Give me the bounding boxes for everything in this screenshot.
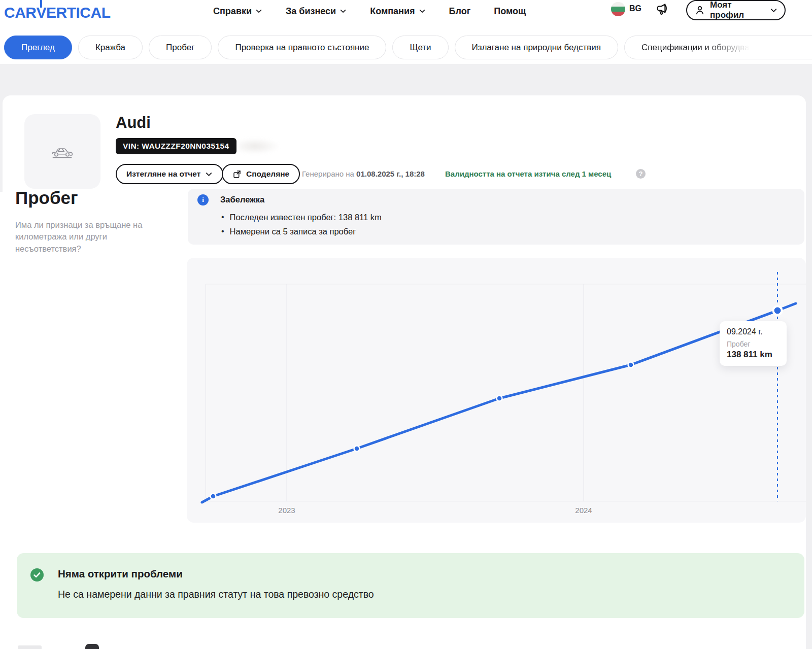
logo-text-2: ERTICAL xyxy=(46,4,111,21)
info-icon: i xyxy=(197,194,209,206)
tab-specifications[interactable]: Спецификации и оборудване xyxy=(624,36,812,59)
generated-prefix: Генерирано на xyxy=(302,169,354,178)
chevron-down-icon xyxy=(340,8,347,15)
next-section-fragment xyxy=(18,645,42,649)
tab-pregled[interactable]: Преглед xyxy=(4,36,72,59)
note-bullet: •Намерени са 5 записа за пробег xyxy=(221,224,382,238)
next-section-fragment xyxy=(85,644,99,649)
nav-item-pomosht[interactable]: Помощ xyxy=(494,6,526,17)
report-card-extension xyxy=(0,192,3,649)
vin-badge: VIN: WAUZZZF20NN035154 xyxy=(116,138,236,154)
nav-label: Блог xyxy=(449,6,471,17)
megaphone-icon[interactable] xyxy=(655,2,670,17)
download-report-button[interactable]: Изтегляне на отчет xyxy=(116,164,223,184)
nav-label: Компания xyxy=(370,6,415,17)
main-nav: Справки За бизнеси Компания Блог Помощ xyxy=(213,0,526,22)
tab-label: Спецификации и оборудване xyxy=(641,43,759,53)
chevron-down-icon xyxy=(255,8,262,15)
tooltip-date: 09.2024 г. xyxy=(727,327,780,336)
chart-tooltip: 09.2024 г. Пробег 138 811 km xyxy=(720,321,787,366)
nav-item-za-biznesi[interactable]: За бизнеси xyxy=(286,6,347,17)
bulgaria-flag-icon[interactable] xyxy=(611,2,625,16)
brand-logo[interactable]: CARVERTICAL xyxy=(4,4,111,21)
tooltip-value: 138 811 km xyxy=(727,350,780,360)
status-box xyxy=(17,553,804,618)
bullet-dot: • xyxy=(221,210,224,224)
tooltip-label: Пробег xyxy=(727,340,780,348)
tab-shteti[interactable]: Щети xyxy=(392,36,448,59)
car-icon xyxy=(49,144,76,159)
download-report-label: Изтегляне на отчет xyxy=(126,169,200,179)
question-icon[interactable]: ? xyxy=(636,169,646,179)
mileage-chart-card[interactable]: 20232024 xyxy=(187,258,806,523)
tab-legal-check[interactable]: Проверка на правното състояние xyxy=(218,36,386,59)
nav-item-blog[interactable]: Блог xyxy=(449,6,471,17)
generated-line: Генерирано на 01.08.2025 г., 18:28 xyxy=(302,169,425,178)
vehicle-title: Audi xyxy=(116,114,151,132)
chevron-down-icon xyxy=(419,8,426,15)
vehicle-photo-placeholder xyxy=(24,114,100,189)
logo-v-mark-icon: V xyxy=(37,4,47,21)
generated-value: 01.08.2025 г., 18:28 xyxy=(356,169,425,178)
user-icon xyxy=(694,5,705,16)
share-button[interactable]: Споделяне xyxy=(222,164,300,184)
page: CARVERTICAL Справки За бизнеси Компания … xyxy=(0,0,812,649)
share-label: Споделяне xyxy=(246,169,289,179)
bullet-dot: • xyxy=(221,224,224,238)
svg-text:2023: 2023 xyxy=(278,506,295,515)
nav-item-kompania[interactable]: Компания xyxy=(370,6,425,17)
note-bullet: •Последен известен пробег: 138 811 km xyxy=(221,210,382,224)
tab-label: Излагане на природни бедствия xyxy=(472,43,601,53)
profile-button[interactable]: Моят профил xyxy=(686,0,786,20)
report-tabs: Преглед Кражба Пробег Проверка на правно… xyxy=(4,36,812,59)
tab-label: Пробег xyxy=(166,43,194,53)
nav-label: Помощ xyxy=(494,6,526,17)
tab-label: Щети xyxy=(410,43,431,53)
nav-label: Справки xyxy=(213,6,252,17)
note-bullet-text: Последен известен пробег: 138 811 km xyxy=(230,210,382,224)
profile-label: Моят профил xyxy=(710,0,763,20)
redacted-smudge xyxy=(239,138,280,154)
validity-text: Валидността на отчета изтича след 1 месе… xyxy=(445,169,611,178)
logo-text-1: CAR xyxy=(4,4,37,21)
section-title-mileage: Пробег xyxy=(15,188,78,208)
tab-label: Проверка на правното състояние xyxy=(235,43,369,53)
language-label[interactable]: BG xyxy=(629,4,641,13)
share-icon xyxy=(232,169,242,179)
tab-natural-disasters[interactable]: Излагане на природни бедствия xyxy=(455,36,618,59)
mileage-chart-svg: 20232024 xyxy=(187,258,806,523)
section-subtitle-mileage: Има ли признаци за връщане на километраж… xyxy=(15,219,150,255)
status-title: Няма открити проблеми xyxy=(58,568,183,580)
tab-krazhba[interactable]: Кражба xyxy=(78,36,143,59)
nav-label: За бизнеси xyxy=(286,6,336,17)
note-title: Забележка xyxy=(220,195,264,204)
note-bullets: •Последен известен пробег: 138 811 km •Н… xyxy=(221,210,382,238)
status-subtitle: Не са намерени данни за правния статут н… xyxy=(58,589,374,600)
tab-label: Преглед xyxy=(21,43,55,53)
tab-probeg[interactable]: Пробег xyxy=(149,36,212,59)
note-bullet-text: Намерени са 5 записа за пробег xyxy=(230,224,356,238)
tab-label: Кражба xyxy=(95,43,125,53)
chevron-down-icon xyxy=(205,170,213,178)
nav-item-spravki[interactable]: Справки xyxy=(213,6,262,17)
svg-text:2024: 2024 xyxy=(575,506,592,515)
check-icon xyxy=(30,568,44,582)
chevron-down-icon xyxy=(770,7,777,14)
